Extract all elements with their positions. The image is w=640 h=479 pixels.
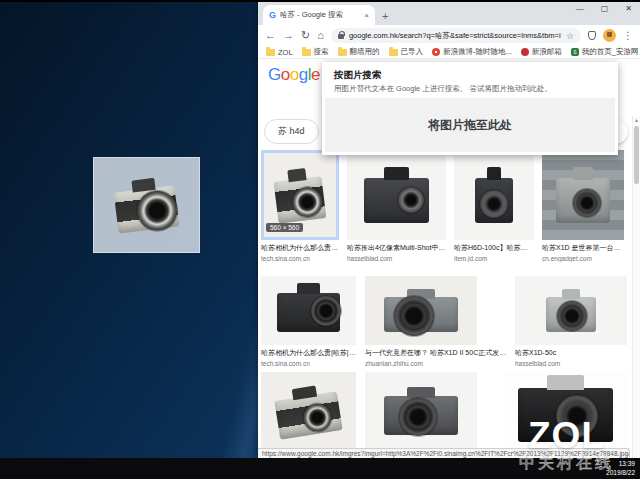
result-title[interactable]: 与一代究竟差在哪？ 哈苏X1D II 50C正式发布国行只...	[365, 348, 513, 358]
bookmark-weibo[interactable]: 新浪微博-随时随地...	[432, 47, 512, 57]
result-image[interactable]	[454, 150, 534, 240]
back-icon[interactable]: ←	[265, 30, 276, 41]
profile-avatar[interactable]	[603, 29, 616, 42]
address-bar[interactable]: google.com.hk/search?q=哈苏&safe=strict&so…	[331, 28, 581, 43]
bookmark-folder-vpn[interactable]: 翻墙用的	[338, 47, 380, 57]
search-by-image-overlay: 按图片搜索 用图片替代文本在 Google 上进行搜索。 尝试将图片拖动到此处。…	[322, 62, 618, 155]
browser-tab[interactable]: G 哈苏 - Google 搜索 ×	[263, 5, 375, 25]
result-source[interactable]: hasselblad.com	[515, 360, 627, 367]
result-title[interactable]: 哈苏推出4亿像素Multi-Shot中画幅...	[347, 243, 446, 253]
google-logo[interactable]: Google	[268, 65, 320, 85]
bookmark-label: 新浪邮箱	[532, 47, 562, 57]
chip-suh4d[interactable]: 苏 h4d	[264, 119, 319, 144]
result-caption: 哈苏相机为什么那么贵|哈苏|后背... tech.sina.com.cn	[261, 348, 356, 367]
windows-taskbar[interactable]: 13:39 2019/8/22	[0, 458, 640, 479]
result-title[interactable]: 哈苏X1D-50c	[515, 348, 627, 358]
camera-illustration	[274, 176, 326, 223]
result-card: 哈苏H6D-100c】哈苏（HA... item.jd.com	[454, 150, 534, 262]
minimize-button[interactable]: —	[576, 4, 584, 13]
folder-icon	[302, 49, 311, 56]
result-image[interactable]	[503, 372, 628, 450]
result-source[interactable]: cn.engadget.com	[542, 255, 624, 262]
home-icon[interactable]: ⌂	[317, 30, 324, 41]
bookmark-folder-search[interactable]: 搜索	[302, 47, 329, 57]
result-source[interactable]: zhuanlan.zhihu.com	[365, 360, 477, 367]
result-image[interactable]	[542, 150, 624, 240]
result-card: 哈苏相机为什么那么贵|哈苏|后背... tech.sina.com.cn	[261, 276, 356, 367]
reload-icon[interactable]: ↻	[301, 30, 310, 41]
result-card: 560 × 560 哈苏相机为什么那么贵|哈... tech.sina.com.…	[261, 150, 339, 262]
shield-extension-icon[interactable]	[588, 31, 596, 40]
bookmark-label: 新浪微博-随时随地...	[443, 47, 512, 57]
result-caption: 哈苏H6D-100c】哈苏（HA... item.jd.com	[454, 243, 534, 262]
result-source[interactable]: tech.sina.com.cn	[261, 255, 339, 262]
result-title[interactable]: 哈苏相机为什么那么贵|哈苏|后背...	[261, 348, 356, 358]
result-image[interactable]	[365, 372, 477, 450]
results-row-3	[261, 372, 628, 450]
result-card: 与一代究竟差在哪？ 哈苏X1D II 50C正式发布国行只... zhuanla…	[365, 276, 477, 367]
link-preview-statusbar: https://www.google.com.hk/imgres?imgurl=…	[258, 448, 630, 458]
bookmarks-bar: ZOL 搜索 翻墙用的 已导入 新浪微博-随时随地... 新浪邮箱	[258, 46, 640, 59]
tab-close-icon[interactable]: ×	[364, 11, 369, 20]
result-card	[503, 372, 628, 450]
result-card: 哈苏X1D 是世界第一台中片幅... cn.engadget.com	[542, 150, 624, 262]
page-content: Google 苏 h4d 相机 › 按图片搜索 用图片替代文本在 Google …	[258, 59, 640, 458]
overlay-title: 按图片搜索	[334, 69, 382, 82]
camera-illustration	[546, 297, 595, 332]
scrollbar-up-icon[interactable]: ▲	[633, 117, 640, 123]
result-image[interactable]: 560 × 560	[261, 150, 339, 240]
browser-titlebar: G 哈苏 - Google 搜索 × + — ▢ ✕	[258, 2, 640, 25]
result-caption: 与一代究竟差在哪？ 哈苏X1D II 50C正式发布国行只... zhuanla…	[365, 348, 477, 367]
chrome-menu-icon[interactable]: ⋮	[623, 30, 633, 41]
close-button[interactable]: ✕	[625, 4, 632, 13]
result-card: 哈苏X1D-50c hasselblad.com	[515, 276, 627, 367]
result-caption: 哈苏推出4亿像素Multi-Shot中画幅... hasselblad.com	[347, 243, 446, 262]
bookmark-label: ZOL	[278, 48, 293, 57]
folder-icon	[389, 49, 398, 56]
result-source[interactable]: item.jd.com	[454, 255, 534, 262]
result-title[interactable]: 哈苏X1D 是世界第一台中片幅...	[542, 243, 624, 253]
forward-icon[interactable]: →	[283, 30, 294, 41]
bookmark-folder-imported[interactable]: 已导入	[389, 47, 424, 57]
screen: G 哈苏 - Google 搜索 × + — ▢ ✕ ← → ↻ ⌂ googl…	[0, 0, 640, 479]
result-image[interactable]	[261, 372, 356, 450]
bookmark-label: 翻墙用的	[350, 47, 380, 57]
page-scrollbar[interactable]: ▲	[632, 116, 640, 458]
results-row-2: 哈苏相机为什么那么贵|哈苏|后背... tech.sina.com.cn 与一代…	[261, 276, 627, 367]
url-text[interactable]: google.com.hk/search?q=哈苏&safe=strict&so…	[349, 31, 561, 41]
dragged-image-ghost[interactable]	[93, 157, 200, 253]
result-image[interactable]	[347, 150, 446, 240]
result-card: 哈苏推出4亿像素Multi-Shot中画幅... hasselblad.com	[347, 150, 446, 262]
result-image[interactable]	[365, 276, 477, 345]
window-controls: — ▢ ✕	[576, 4, 632, 13]
browser-window: G 哈苏 - Google 搜索 × + — ▢ ✕ ← → ↻ ⌂ googl…	[258, 2, 640, 458]
result-source[interactable]: tech.sina.com.cn	[261, 360, 356, 367]
bookmark-sina-mail[interactable]: 新浪邮箱	[521, 47, 562, 57]
browser-toolbar: ← → ↻ ⌂ google.com.hk/search?q=哈苏&safe=s…	[258, 25, 640, 46]
bookmark-label: 搜索	[314, 47, 329, 57]
maximize-button[interactable]: ▢	[601, 4, 609, 13]
clock-date: 2019/8/22	[606, 468, 635, 477]
camera-illustration	[274, 392, 342, 440]
result-image[interactable]	[515, 276, 627, 345]
mail-favicon	[521, 48, 529, 56]
clock-time: 13:39	[606, 459, 635, 468]
folder-icon	[266, 49, 275, 56]
result-title[interactable]: 哈苏相机为什么那么贵|哈...	[261, 243, 339, 253]
bookmark-homepage[interactable]: S 我的首页_安游网	[571, 47, 639, 57]
camera-illustration	[556, 178, 610, 223]
bookmark-folder-zol[interactable]: ZOL	[266, 48, 293, 57]
taskbar-clock[interactable]: 13:39 2019/8/22	[606, 459, 635, 477]
bookmark-star-icon[interactable]: ☆	[566, 31, 574, 41]
result-source[interactable]: hasselblad.com	[347, 255, 446, 262]
overlay-subtitle: 用图片替代文本在 Google 上进行搜索。 尝试将图片拖动到此处。	[334, 84, 552, 94]
camera-illustration	[518, 388, 613, 443]
scrollbar-thumb[interactable]	[634, 126, 639, 184]
result-title[interactable]: 哈苏H6D-100c】哈苏（HA...	[454, 243, 534, 253]
new-tab-button[interactable]: +	[382, 10, 388, 22]
image-drop-zone[interactable]: 将图片拖至此处	[325, 98, 615, 152]
bookmark-label: 已导入	[401, 47, 424, 57]
tab-title: 哈苏 - Google 搜索	[280, 10, 360, 20]
result-image[interactable]	[261, 276, 356, 345]
camera-illustration	[114, 186, 180, 234]
